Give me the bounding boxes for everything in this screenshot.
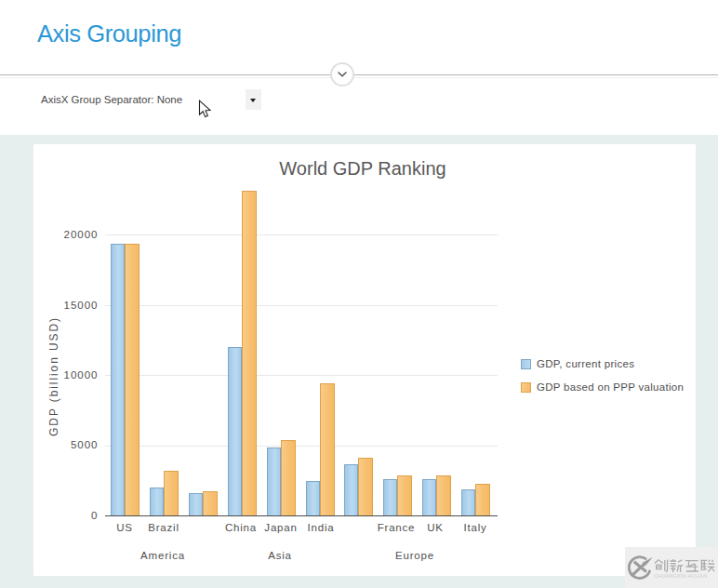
- svg-text:CHUANGXIN HULIAN: CHUANGXIN HULIAN: [655, 573, 708, 579]
